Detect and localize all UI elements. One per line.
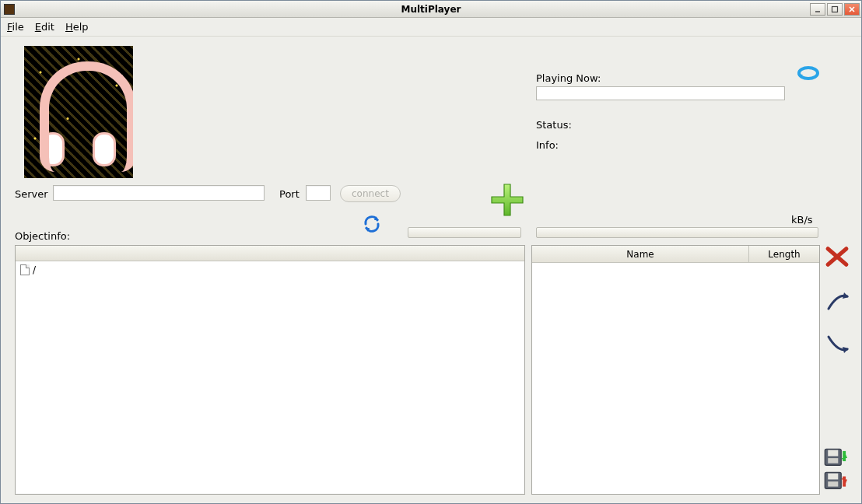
move-up-button[interactable] (824, 290, 850, 313)
objectinfo-label: Objectinfo: (15, 230, 70, 242)
refresh-icon (362, 214, 382, 234)
menu-edit-rest: dit (41, 21, 54, 33)
object-tree[interactable]: / (15, 245, 525, 495)
plus-icon (489, 181, 526, 219)
move-down-button[interactable] (824, 332, 850, 355)
app-window: MultiPlayer File Edit Help Server Port (0, 0, 862, 504)
close-button[interactable] (844, 3, 860, 16)
arrow-down-icon (824, 332, 850, 355)
svg-rect-9 (828, 458, 838, 464)
loop-button[interactable] (796, 63, 821, 83)
column-name[interactable]: Name (532, 246, 749, 262)
column-length[interactable]: Length (749, 246, 819, 262)
window-title: MultiPlayer (1, 4, 861, 15)
svg-rect-13 (828, 481, 838, 487)
app-icon (4, 4, 15, 15)
window-controls (808, 3, 860, 16)
maximize-icon (831, 5, 839, 13)
album-art (24, 46, 133, 178)
document-icon (20, 264, 30, 275)
column-name-label: Name (626, 249, 654, 260)
save-up-button[interactable] (824, 471, 850, 494)
connect-button[interactable]: connect (340, 185, 401, 202)
playlist-table[interactable]: Name Length (531, 245, 820, 495)
info-label: Info: (536, 139, 559, 151)
arrow-up-icon (824, 290, 850, 313)
save-down-icon (824, 448, 850, 471)
maximize-button[interactable] (827, 3, 843, 16)
progress-right (536, 227, 818, 238)
menu-file[interactable]: File (7, 21, 24, 33)
column-length-label: Length (768, 249, 800, 260)
minimize-icon (814, 5, 822, 13)
delete-button[interactable] (824, 245, 850, 268)
svg-rect-1 (832, 6, 838, 12)
client-area: Server Port connect Objectinfo: (1, 37, 861, 503)
menu-help-rest: elp (73, 21, 89, 33)
menu-edit[interactable]: Edit (35, 21, 54, 33)
speed-unit: kB/s (791, 214, 813, 226)
refresh-button[interactable] (362, 214, 382, 234)
playlist-header: Name Length (532, 246, 819, 263)
object-tree-header (16, 246, 524, 261)
close-icon (848, 5, 856, 13)
titlebar[interactable]: MultiPlayer (1, 1, 861, 18)
tree-root-label: / (33, 264, 36, 275)
menu-file-rest: ile (12, 21, 24, 33)
save-down-button[interactable] (824, 447, 850, 471)
playing-now-label: Playing Now: (536, 72, 601, 84)
add-button[interactable] (489, 181, 526, 219)
loop-icon (796, 63, 821, 83)
headphone-right (93, 132, 116, 166)
server-label: Server (15, 188, 48, 200)
svg-rect-12 (828, 473, 838, 479)
menubar: File Edit Help (1, 18, 861, 37)
minimize-button[interactable] (810, 3, 825, 16)
status-label: Status: (536, 119, 572, 131)
connect-button-label: connect (352, 188, 389, 199)
playing-now-field (536, 86, 785, 100)
tree-row-root[interactable]: / (16, 261, 524, 278)
svg-rect-8 (828, 450, 838, 456)
port-label: Port (279, 188, 300, 200)
headphone-left (41, 132, 65, 166)
svg-point-4 (799, 68, 818, 79)
menu-help[interactable]: Help (65, 21, 89, 33)
port-input[interactable] (306, 185, 331, 201)
server-input[interactable] (53, 185, 265, 201)
delete-icon (824, 243, 850, 270)
save-up-icon (824, 471, 850, 494)
progress-left (408, 227, 521, 238)
